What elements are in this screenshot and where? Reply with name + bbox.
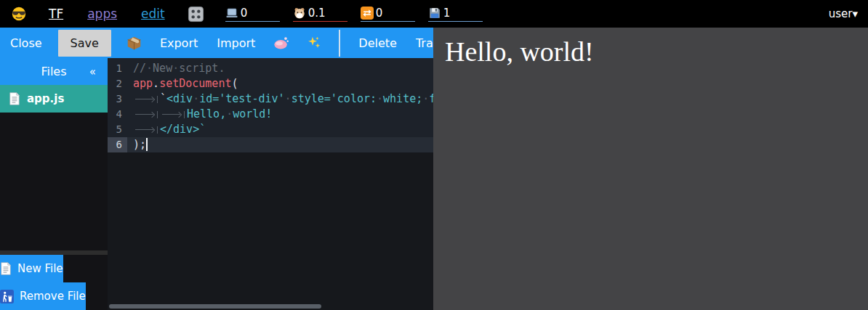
tab-whitespace-indicator: [160, 107, 187, 122]
brand-link[interactable]: TF: [49, 7, 63, 21]
code-editor[interactable]: 1//·New·script.2app.setDocument(3`<div·i…: [108, 58, 433, 310]
remove-file-icon: [0, 290, 14, 303]
soap-button[interactable]: [265, 35, 298, 51]
save-button[interactable]: Save: [58, 30, 111, 57]
line-number[interactable]: 1: [108, 61, 127, 76]
line-number[interactable]: 6: [108, 137, 127, 152]
tab-whitespace-indicator: [133, 107, 160, 122]
delete-button-label: Delete: [358, 36, 397, 50]
laptop-stat-value: 0: [241, 7, 248, 20]
laptop-stat[interactable]: 0: [225, 7, 280, 22]
line-content[interactable]: );: [127, 137, 433, 152]
main-area: CloseSaveExportImportDeleteTrace Files «…: [0, 28, 868, 310]
remove-file-button-label: Remove File: [20, 290, 86, 303]
file-list-empty-space: [0, 113, 108, 250]
new-file-button-label: New File: [17, 262, 63, 275]
apps-link[interactable]: apps: [87, 7, 117, 21]
line-number[interactable]: 5: [108, 122, 127, 137]
editor-horizontal-scrollbar[interactable]: [109, 304, 321, 309]
remove-file-button[interactable]: Remove File: [0, 282, 86, 310]
package-icon: [126, 36, 142, 51]
delete-button[interactable]: Delete: [349, 36, 406, 50]
line-content[interactable]: Hello,·world!: [127, 107, 433, 122]
sparkles-button[interactable]: [298, 36, 330, 50]
line-content[interactable]: //·New·script.: [127, 61, 433, 76]
line-number[interactable]: 3: [108, 91, 127, 107]
editor-toolbar: CloseSaveExportImportDeleteTrace: [0, 28, 433, 58]
export-button[interactable]: Export: [150, 36, 207, 50]
new-file-icon: [0, 262, 12, 275]
line-number[interactable]: 2: [108, 76, 127, 91]
text-cursor: [146, 138, 148, 151]
laptop-icon: [225, 7, 238, 20]
floppy-stat[interactable]: 1: [428, 7, 483, 22]
preview-pane: Hello, world!: [433, 28, 868, 310]
collapse-sidebar-button[interactable]: «: [89, 65, 96, 78]
files-title: Files: [41, 65, 66, 78]
repeat-icon: [361, 7, 374, 20]
tab-whitespace-indicator: [133, 122, 160, 137]
files-sidebar: Files « app.js New FileRemove File: [0, 58, 108, 310]
import-button[interactable]: Import: [207, 36, 265, 50]
ide-pane: CloseSaveExportImportDeleteTrace Files «…: [0, 28, 433, 310]
floppy-icon: [428, 7, 441, 20]
save-button-label: Save: [71, 36, 99, 50]
preview-heading: Hello, world!: [445, 36, 868, 68]
soap-icon: [273, 35, 289, 51]
file-actions: New FileRemove File: [0, 255, 108, 310]
hamster-icon: [293, 7, 306, 20]
repeat-stat-value: 0: [376, 7, 383, 20]
code-line-3[interactable]: 3`<div·id='test-div'·style='color:·white…: [108, 91, 433, 107]
package-button[interactable]: [118, 36, 150, 51]
user-menu-label: user: [829, 7, 853, 20]
code-line-6[interactable]: 6);: [108, 137, 433, 152]
ide-body: Files « app.js New FileRemove File 1//·N…: [0, 58, 433, 310]
file-row-app.js[interactable]: app.js: [0, 85, 108, 113]
line-content[interactable]: `<div·id='test-div'·style='color:·white;…: [127, 91, 433, 107]
tab-whitespace-indicator: [133, 91, 160, 107]
edit-link[interactable]: edit: [141, 7, 165, 21]
code-line-2[interactable]: 2app.setDocument(: [108, 76, 433, 91]
code-lines: 1//·New·script.2app.setDocument(3`<div·i…: [108, 58, 433, 152]
hamster-stat-value: 0.1: [308, 7, 326, 20]
line-content[interactable]: </div>`: [127, 122, 433, 137]
file-list: app.js: [0, 85, 108, 113]
document-icon: [9, 92, 20, 105]
repeat-stat[interactable]: 0: [361, 7, 415, 22]
hamster-stat[interactable]: 0.1: [293, 7, 347, 22]
line-content[interactable]: app.setDocument(: [127, 76, 433, 91]
file-label: app.js: [27, 92, 64, 105]
close-button-label: Close: [10, 36, 42, 50]
caret-down-icon: ▾: [852, 7, 858, 20]
code-line-4[interactable]: 4Hello,·world!: [108, 107, 433, 122]
export-button-label: Export: [160, 36, 198, 50]
user-menu[interactable]: user▾: [829, 7, 858, 20]
code-line-5[interactable]: 5</div>`: [108, 122, 433, 137]
line-number[interactable]: 4: [108, 107, 127, 122]
code-line-1[interactable]: 1//·New·script.: [108, 61, 433, 76]
topbar-stats: 00.101: [225, 7, 483, 22]
top-status-bar: TF apps edit 00.101 user▾: [0, 0, 868, 28]
files-header: Files «: [0, 58, 108, 85]
sparkles-icon: [307, 36, 321, 50]
new-file-button[interactable]: New File: [0, 255, 63, 282]
close-button[interactable]: Close: [1, 36, 52, 50]
blank-button[interactable]: [339, 30, 340, 57]
import-button-label: Import: [217, 36, 255, 50]
sunglasses-face-icon: [11, 6, 27, 22]
dice-icon[interactable]: [188, 6, 204, 23]
floppy-stat-value: 1: [443, 7, 451, 20]
